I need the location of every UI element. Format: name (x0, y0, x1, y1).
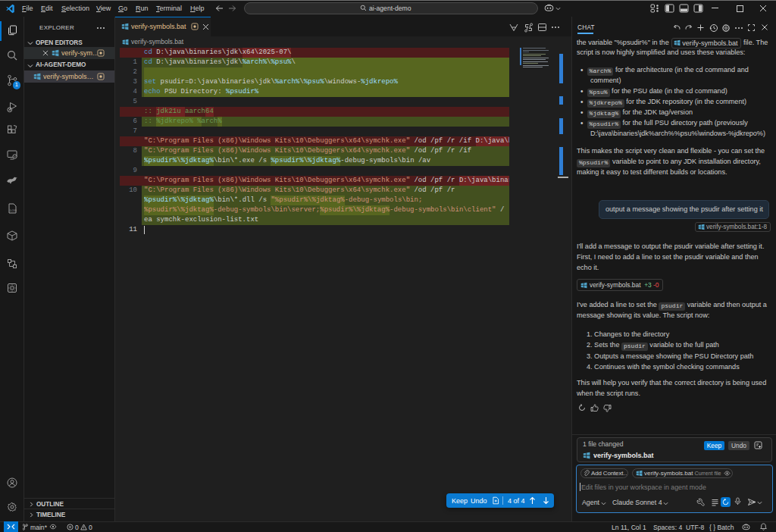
svg-text:LOG: LOG (10, 208, 17, 212)
